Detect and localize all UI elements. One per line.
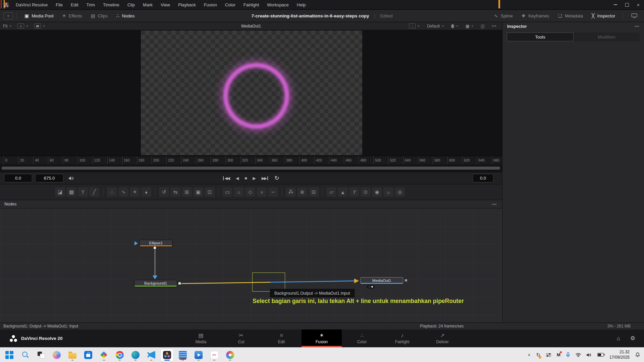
viewer-canvas[interactable] xyxy=(0,30,502,156)
effects-button[interactable]: ✶ Effects xyxy=(58,10,86,22)
spot-light-tool[interactable]: ☼ xyxy=(383,187,393,197)
polygon-mask-tool[interactable]: ◇ xyxy=(245,187,255,197)
spline-warp-tool[interactable]: ∽ xyxy=(268,187,278,197)
mediaout1-output-port[interactable] xyxy=(405,279,408,282)
locator-3d-tool[interactable]: ⊙ xyxy=(361,187,371,197)
keyframes-button[interactable]: ❖ Keyframes xyxy=(517,13,554,18)
color-controls-dropdown[interactable] xyxy=(448,24,461,28)
node-ellipse1[interactable]: Ellipse1 xyxy=(140,240,172,246)
zoom-mode-dropdown[interactable]: Fit xyxy=(0,24,14,28)
ellipse-mask-tool[interactable]: ○ xyxy=(234,187,244,197)
menu-item[interactable]: Fusion xyxy=(200,2,221,7)
divider[interactable] xyxy=(218,188,219,196)
go-to-end-button[interactable]: ▶▶ xyxy=(262,176,268,180)
media-pool-button[interactable]: ▣ Media Pool xyxy=(20,10,58,22)
paint-button[interactable] xyxy=(224,349,236,361)
menu-item[interactable]: File xyxy=(52,2,67,7)
microphone-icon[interactable] xyxy=(566,352,570,358)
media-player-button[interactable] xyxy=(192,349,205,361)
node-graph[interactable]: Ellipse1 Background1 MediaOut1 Backgroun… xyxy=(0,208,502,322)
page-tab-edit[interactable]: ≡ Edit xyxy=(261,329,302,347)
page-tab-fairlight[interactable]: ♪ Fairlight xyxy=(382,329,422,347)
merge-tool[interactable]: ⇆ xyxy=(170,187,180,197)
duration-field[interactable]: 675.0 xyxy=(35,174,63,182)
task-view-button[interactable] xyxy=(35,349,47,361)
edge-button[interactable] xyxy=(129,349,142,361)
file-explorer-button[interactable] xyxy=(66,349,79,361)
menu-item[interactable]: Timeline xyxy=(99,2,123,7)
p-emitter-tool[interactable]: ⁂ xyxy=(286,187,296,197)
page-tab-deliver[interactable]: ↗ Deliver xyxy=(422,329,463,347)
tab-tools[interactable]: Tools xyxy=(507,33,574,41)
menu-item[interactable]: Mark xyxy=(139,2,157,7)
background-tool[interactable]: ◪ xyxy=(55,187,65,197)
divider[interactable] xyxy=(103,188,103,196)
nodes-options-menu[interactable]: ••• xyxy=(492,202,497,206)
play-button[interactable]: ▶ xyxy=(253,176,255,180)
close-button[interactable]: × xyxy=(633,0,644,9)
fast-noise-tool[interactable]: ▩ xyxy=(66,187,76,197)
view-layout-dropdown[interactable] xyxy=(31,23,48,28)
mail-notification-icon[interactable]: M xyxy=(557,352,560,357)
guides-dropdown[interactable]: ▦ xyxy=(463,24,476,28)
renderer-3d-tool[interactable]: ◎ xyxy=(395,187,405,197)
divider[interactable] xyxy=(155,188,155,196)
channel-select-dropdown[interactable]: A xyxy=(14,23,31,28)
go-to-start-button[interactable]: ◀◀ xyxy=(223,176,229,180)
bspline-mask-tool[interactable]: ≈ xyxy=(257,187,267,197)
chrome-button[interactable] xyxy=(113,349,126,361)
notes-button[interactable] xyxy=(176,349,189,361)
playback-speed-field[interactable]: 0.0 xyxy=(473,174,493,182)
background1-output-port[interactable] xyxy=(178,282,181,285)
google-app-button[interactable] xyxy=(98,349,110,361)
loader-tool[interactable]: ↺ xyxy=(159,187,169,197)
viewer-options-menu[interactable]: ••• xyxy=(489,24,499,28)
mute-button[interactable] xyxy=(68,176,74,181)
menu-item[interactable]: Fairlight xyxy=(239,2,263,7)
playhead[interactable] xyxy=(4,0,5,8)
search-button[interactable] xyxy=(19,349,32,361)
timeline-scrollbar-handle[interactable] xyxy=(2,167,500,170)
camera-3d-tool[interactable]: ◉ xyxy=(372,187,382,197)
paint-tool[interactable]: ╱ xyxy=(89,187,99,197)
stop-button[interactable]: ■ xyxy=(245,176,246,180)
inspector-options-menu[interactable]: ••• xyxy=(635,24,639,28)
hue-curves-tool[interactable]: ♦ xyxy=(141,187,151,197)
clock[interactable]: 21.32 17/09/2025 xyxy=(609,350,630,360)
color-curves-tool[interactable]: ∿ xyxy=(118,187,128,197)
step-back-button[interactable]: ◀ xyxy=(236,176,238,180)
volume-icon[interactable] xyxy=(587,353,592,357)
copilot-button[interactable] xyxy=(50,349,63,361)
menu-item[interactable]: DaVinci Resolve xyxy=(12,2,52,7)
menu-item[interactable]: Color xyxy=(221,2,239,7)
matte-control-tool[interactable]: ⊞ xyxy=(182,187,192,197)
image-plane-3d-tool[interactable]: ▱ xyxy=(326,187,336,197)
tray-overflow-button[interactable]: ∧ xyxy=(528,353,530,357)
settings-gear-button[interactable]: ⚙ xyxy=(630,335,635,342)
sync-status-icon[interactable]: ↻ xyxy=(536,352,541,358)
battery-icon[interactable] xyxy=(597,353,604,357)
channel-booleans-tool[interactable]: ▣ xyxy=(193,187,203,197)
notification-bell-icon[interactable] xyxy=(635,352,640,357)
settings-sliders-icon[interactable] xyxy=(546,353,551,357)
lut-dropdown[interactable]: Default xyxy=(424,24,447,28)
page-tab-color[interactable]: ∴ Color xyxy=(342,329,382,347)
loop-button[interactable]: ↻ xyxy=(274,175,279,181)
particles-tool[interactable]: ∴ xyxy=(107,187,117,197)
clips-button[interactable]: ▤ Clips xyxy=(87,10,112,22)
inspector-button[interactable]: ╳ Inspector xyxy=(587,13,620,18)
page-tab-media[interactable]: ▤ Media xyxy=(181,329,221,347)
render-range-start-marker[interactable] xyxy=(1,0,2,8)
timeline-ruler[interactable]: 0204060801001201401601802002202402602803… xyxy=(0,156,502,164)
dual-viewer-button[interactable]: ◫ xyxy=(478,24,487,28)
divider[interactable] xyxy=(322,188,323,196)
vscode-button[interactable] xyxy=(145,349,158,361)
transform-tool[interactable]: ⊡ xyxy=(205,187,215,197)
metadata-button[interactable]: ❏ Metadata xyxy=(553,13,587,18)
menu-item[interactable]: Clip xyxy=(123,2,139,7)
render-range-end-marker[interactable] xyxy=(498,0,500,8)
p-render-tool[interactable]: ⊟ xyxy=(309,187,319,197)
text-3d-tool[interactable]: T xyxy=(349,187,359,197)
menu-item[interactable]: Help xyxy=(293,2,310,7)
store-button[interactable] xyxy=(82,349,95,361)
